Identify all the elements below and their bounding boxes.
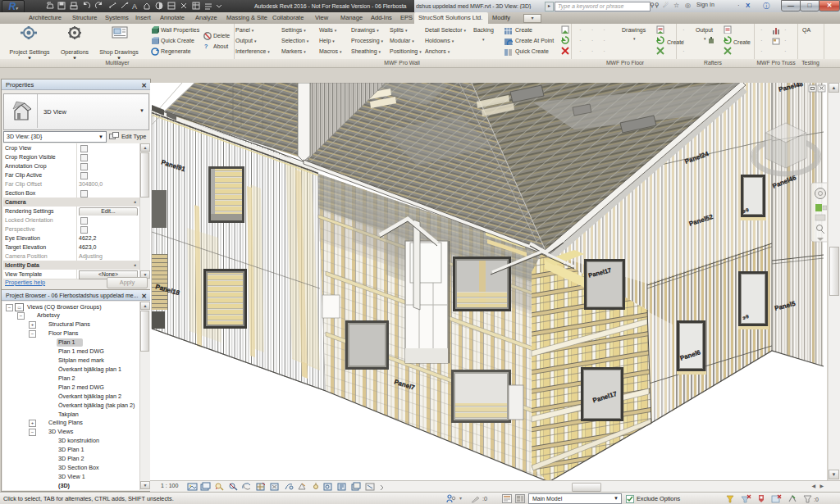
svg-text:A: A	[132, 2, 137, 11]
svg-text::0: :0	[814, 497, 819, 502]
